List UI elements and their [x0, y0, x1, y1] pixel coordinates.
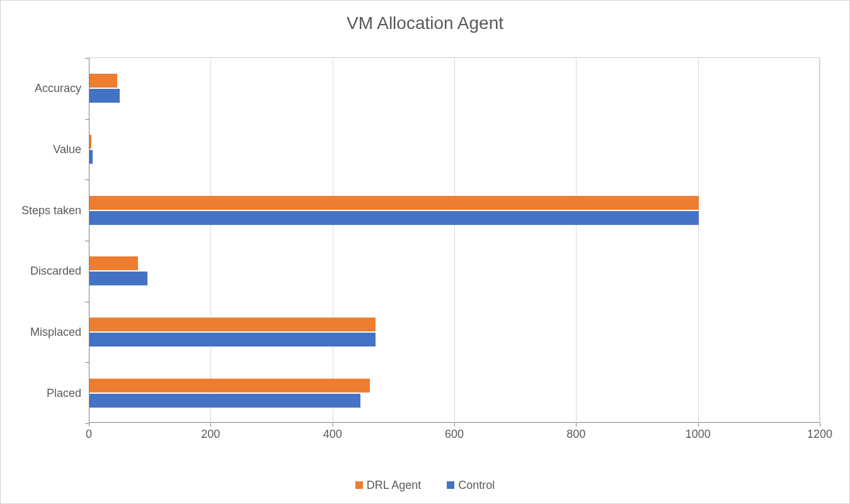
gridline — [820, 58, 820, 423]
x-tick-label: 200 — [201, 428, 220, 441]
x-tick-mark — [210, 423, 211, 427]
bar-drl — [89, 379, 370, 392]
plot-area: 020040060080010001200PlacedMisplacedDisc… — [89, 57, 820, 423]
y-tick-mark — [85, 423, 89, 424]
gridline — [576, 58, 577, 423]
x-tick-label: 800 — [566, 428, 585, 441]
y-tick-label: Value — [53, 143, 81, 156]
y-tick-mark — [85, 119, 89, 120]
legend-swatch-control — [447, 481, 454, 489]
x-tick-label: 400 — [323, 428, 342, 441]
gridline — [454, 58, 455, 423]
x-tick-label: 1000 — [686, 428, 711, 441]
y-tick-mark — [85, 362, 89, 363]
x-tick-label: 1200 — [807, 428, 832, 441]
bar-control — [89, 211, 699, 225]
chart-title: VM Allocation Agent — [1, 1, 849, 33]
bar-control — [89, 150, 93, 164]
y-tick-mark — [85, 241, 89, 241]
bar-drl — [89, 74, 117, 88]
y-tick-mark — [85, 302, 89, 302]
legend-label-control: Control — [458, 479, 495, 492]
x-tick-mark — [576, 423, 577, 427]
x-tick-mark — [333, 423, 333, 427]
y-tick-mark — [85, 180, 89, 180]
bar-control — [89, 89, 120, 103]
x-tick-mark — [89, 423, 89, 427]
y-tick-label: Accuracy — [35, 82, 81, 95]
gridline — [333, 58, 333, 423]
bar-drl — [89, 135, 91, 149]
bar-control — [89, 394, 360, 408]
legend-label-drl: DRL Agent — [367, 479, 421, 492]
gridline — [698, 58, 699, 423]
y-axis — [89, 58, 89, 423]
legend-item-control: Control — [447, 479, 495, 492]
x-tick-mark — [820, 423, 820, 427]
bar-drl — [89, 318, 376, 331]
bar-control — [89, 333, 376, 346]
x-tick-label: 600 — [445, 428, 464, 441]
x-tick-mark — [698, 423, 699, 427]
y-tick-mark — [85, 58, 89, 59]
legend-swatch-drl — [355, 481, 363, 489]
y-tick-label: Discarded — [30, 265, 81, 278]
legend: DRL Agent Control — [1, 479, 849, 493]
bar-control — [89, 272, 147, 285]
bar-drl — [89, 196, 699, 210]
x-tick-label: 0 — [86, 428, 92, 441]
chart-container: VM Allocation Agent 02004006008001000120… — [0, 0, 850, 504]
y-tick-label: Steps taken — [21, 203, 81, 217]
y-tick-label: Placed — [47, 386, 81, 399]
x-tick-mark — [454, 423, 455, 427]
legend-item-drl: DRL Agent — [355, 479, 421, 492]
gridline — [210, 58, 211, 423]
bar-drl — [89, 256, 138, 270]
y-tick-label: Misplaced — [30, 326, 81, 339]
